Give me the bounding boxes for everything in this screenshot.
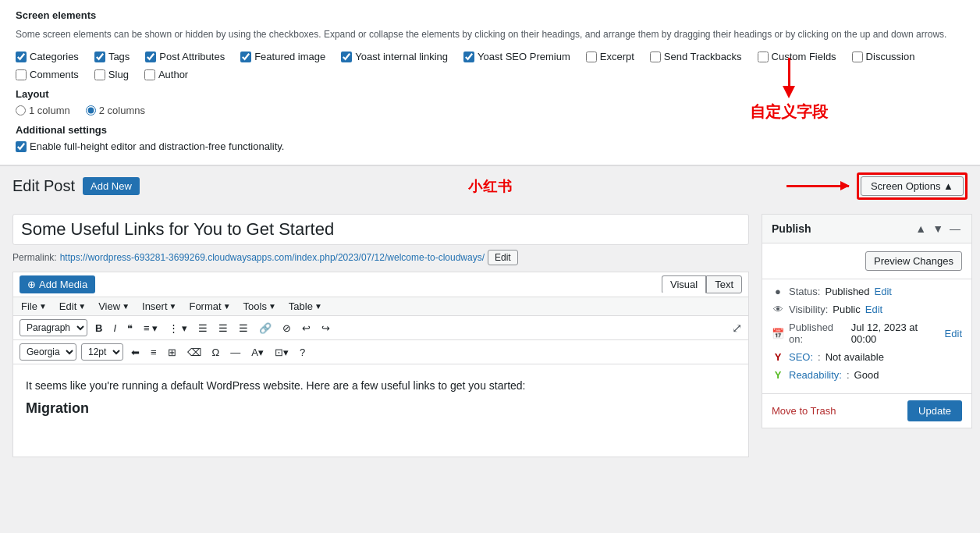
font-family-select[interactable]: Georgia — [20, 343, 76, 361]
collapse-up-button[interactable]: ▲ — [914, 221, 928, 236]
table-btn2[interactable]: ⊞ — [165, 345, 179, 360]
checkbox-tags-input[interactable] — [94, 52, 105, 62]
status-edit-link[interactable]: Edit — [875, 286, 892, 297]
checkbox-categories[interactable]: Categories — [16, 51, 79, 62]
link-button[interactable]: 🔗 — [256, 321, 275, 336]
clear-format-btn[interactable]: ⌫ — [184, 345, 204, 360]
add-new-button[interactable]: Add New — [83, 177, 140, 195]
checkbox-yoast-seo[interactable]: Yoast SEO Premium — [463, 51, 570, 62]
checkbox-slug[interactable]: Slug — [94, 69, 129, 80]
expand-editor-button[interactable]: ⤢ — [732, 321, 742, 336]
tab-visual[interactable]: Visual — [662, 275, 706, 293]
checkbox-yoast-internal-label: Yoast internal linking — [355, 51, 448, 62]
font-size-select[interactable]: 12pt — [81, 343, 123, 361]
layout-2-columns-label: 2 columns — [99, 105, 145, 116]
menu-format[interactable]: Format ▼ — [186, 299, 233, 314]
permalink-link[interactable]: https://wordpress-693281-3699269.cloudwa… — [60, 252, 485, 263]
align-left-button[interactable]: ☰ — [195, 321, 211, 336]
screen-options-panel: Screen elements Some screen elements can… — [0, 0, 980, 165]
visibility-row: 👁 Visibility: Public Edit — [772, 304, 962, 315]
checkbox-yoast-internal-input[interactable] — [341, 52, 352, 62]
checkbox-discussion[interactable]: Discussion — [852, 51, 915, 62]
add-media-button[interactable]: ⊕ Add Media — [20, 275, 95, 293]
checkbox-author[interactable]: Author — [144, 69, 188, 80]
horizontal-rule-btn[interactable]: — — [227, 345, 243, 360]
menu-file[interactable]: File ▼ — [18, 299, 50, 314]
menu-format-label: Format — [189, 300, 221, 312]
minimize-button[interactable]: — — [948, 221, 962, 236]
readability-row: Y Readability: : Good — [772, 369, 962, 381]
undo-button[interactable]: ↩ — [299, 321, 314, 336]
redo-button[interactable]: ↪ — [318, 321, 333, 336]
seo-label-link[interactable]: SEO: — [789, 351, 813, 363]
menu-insert[interactable]: Insert ▼ — [139, 299, 179, 314]
layout-2-columns[interactable]: 2 columns — [86, 105, 145, 116]
checkbox-fullheight[interactable]: Enable full-height editor and distractio… — [16, 140, 964, 152]
align-left-btn2[interactable]: ⬅ — [128, 345, 143, 360]
permalink-edit-button[interactable]: Edit — [488, 250, 518, 265]
xiaohongshu-logo: 小红书 — [468, 179, 513, 194]
layout-1-column[interactable]: 1 column — [16, 105, 70, 116]
annotation-text: 自定义字段 — [750, 101, 828, 123]
published-on-edit-link[interactable]: Edit — [945, 328, 962, 339]
special-char-btn[interactable]: Ω — [209, 345, 223, 360]
bold-button[interactable]: B — [92, 321, 105, 336]
visibility-edit-link[interactable]: Edit — [865, 304, 882, 315]
checkbox-comments[interactable]: Comments — [16, 69, 79, 80]
checkbox-comments-input[interactable] — [16, 69, 27, 80]
checkbox-categories-label: Categories — [30, 51, 79, 62]
menu-edit[interactable]: Edit ▼ — [56, 299, 89, 314]
tab-text[interactable]: Text — [706, 275, 742, 293]
preview-changes-button[interactable]: Preview Changes — [865, 251, 962, 271]
editor-body[interactable]: It seems like you're running a default W… — [12, 364, 749, 457]
checkbox-trackbacks[interactable]: Send Trackbacks — [650, 51, 742, 62]
italic-button[interactable]: I — [110, 321, 119, 336]
collapse-down-button[interactable]: ▼ — [931, 221, 945, 236]
status-row: ● Status: Published Edit — [772, 286, 962, 297]
checkbox-trackbacks-input[interactable] — [650, 52, 661, 62]
checkbox-slug-label: Slug — [108, 69, 129, 80]
checkbox-excerpt-input[interactable] — [586, 52, 597, 62]
help-btn[interactable]: ? — [296, 345, 308, 360]
table-insert-btn[interactable]: ⊡▾ — [272, 345, 292, 360]
unordered-list-button[interactable]: ≡ ▾ — [140, 321, 161, 336]
checkbox-excerpt[interactable]: Excerpt — [586, 51, 634, 62]
radio-2-columns[interactable] — [86, 105, 96, 115]
blockquote-button[interactable]: ❝ — [124, 321, 136, 336]
publish-footer: Move to Trash Update — [762, 393, 971, 428]
checkbox-post-attributes-input[interactable] — [145, 52, 156, 62]
post-title-input[interactable] — [12, 214, 749, 245]
ordered-list-button[interactable]: ⋮ ▾ — [165, 321, 190, 336]
readability-label-link[interactable]: Readability: — [789, 369, 842, 381]
arrow-shaft — [786, 185, 849, 187]
font-color-btn[interactable]: A▾ — [248, 345, 267, 360]
radio-1-column[interactable] — [16, 105, 26, 115]
menu-tools[interactable]: Tools ▼ — [240, 299, 279, 314]
unlink-button[interactable]: ⊘ — [279, 321, 294, 336]
update-button[interactable]: Update — [907, 400, 962, 421]
checkbox-author-input[interactable] — [144, 69, 155, 80]
screen-options-button[interactable]: Screen Options ▲ — [861, 176, 964, 196]
menu-tools-label: Tools — [243, 300, 267, 312]
checkbox-fullheight-input[interactable] — [16, 141, 27, 152]
checkbox-featured-image[interactable]: Featured image — [240, 51, 325, 62]
visibility-label: Visibility: — [789, 304, 828, 315]
layout-1-column-label: 1 column — [29, 105, 70, 116]
menu-table[interactable]: Table ▼ — [286, 299, 325, 314]
align-center-btn2[interactable]: ≡ — [147, 345, 160, 360]
checkbox-featured-image-input[interactable] — [240, 52, 251, 62]
align-center-button[interactable]: ☰ — [215, 321, 231, 336]
checkbox-post-attributes[interactable]: Post Attributes — [145, 51, 225, 62]
align-right-button[interactable]: ☰ — [236, 321, 251, 336]
checkbox-tags[interactable]: Tags — [94, 51, 130, 62]
menu-view[interactable]: View ▼ — [95, 299, 133, 314]
checkbox-categories-input[interactable] — [16, 52, 27, 62]
move-to-trash-link[interactable]: Move to Trash — [772, 405, 836, 417]
seo-colon: : — [818, 351, 821, 363]
publish-header: Publish ▲ ▼ — — [762, 215, 971, 243]
paragraph-select[interactable]: Paragraph — [20, 319, 87, 336]
checkbox-yoast-seo-input[interactable] — [463, 52, 474, 62]
checkbox-yoast-internal[interactable]: Yoast internal linking — [341, 51, 448, 62]
checkbox-discussion-input[interactable] — [852, 52, 863, 62]
checkbox-slug-input[interactable] — [94, 69, 105, 80]
